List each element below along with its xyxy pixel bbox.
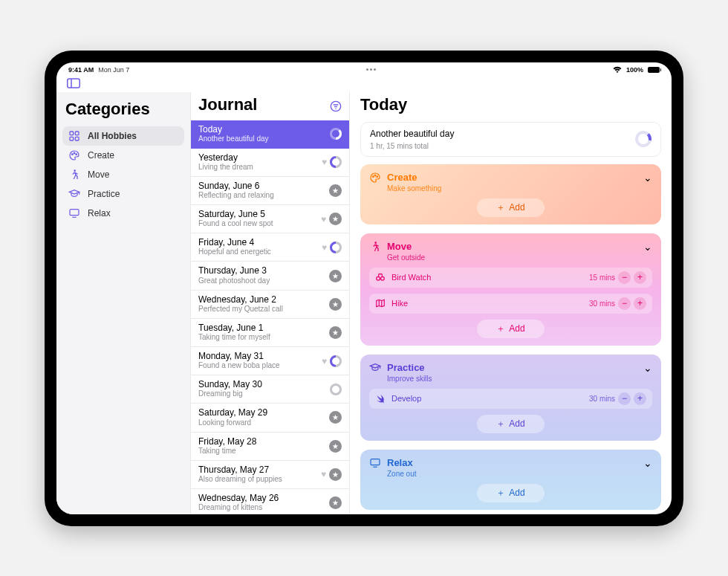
map-icon (375, 298, 386, 308)
add-label: Add (509, 323, 524, 334)
day-summary[interactable]: Another beautiful day 1 hr, 15 mins tota… (360, 122, 661, 157)
plus-button[interactable]: + (634, 392, 646, 405)
plus-button[interactable]: + (634, 297, 646, 310)
journal-row-title: Friday, June 4 (198, 238, 271, 247)
add-button[interactable]: ＋Add (477, 320, 544, 338)
summary-line: Another beautiful day (370, 129, 454, 139)
plus-button[interactable]: + (634, 271, 646, 284)
journal-row-title: Thursday, May 27 (198, 465, 282, 475)
heart-icon: ♥ (321, 214, 326, 224)
journal-row-subtitle: Reflecting and relaxing (198, 191, 274, 200)
move-icon (369, 241, 381, 253)
summary-sub: 1 hr, 15 mins total (370, 142, 454, 150)
minus-button[interactable]: − (618, 271, 631, 284)
sidebar-item-create[interactable]: Create (62, 146, 184, 165)
svg-point-20 (374, 242, 377, 244)
section-practice: PracticeImprove skills⌄Develop30 mins−+＋… (360, 355, 661, 441)
star-icon: ★ (329, 270, 342, 282)
svg-point-9 (74, 169, 76, 172)
svg-rect-11 (70, 209, 79, 215)
star-icon: ★ (329, 440, 342, 453)
journal-row[interactable]: Thursday, May 27Also dreaming of puppies… (191, 461, 349, 489)
journal-row[interactable]: YesterdayLiving the dream♥ (191, 149, 349, 177)
section-title: Relax (387, 457, 413, 468)
journal-row[interactable]: Wednesday, May 26Dreaming of kittens★ (191, 489, 349, 514)
progress-ring-icon (330, 156, 342, 168)
wifi-icon (613, 66, 622, 73)
journal-row[interactable]: Saturday, May 29Looking forward★ (191, 404, 349, 432)
section-create: CreateMake something⌄＋Add (360, 164, 661, 224)
activity-duration: 30 mins (589, 300, 615, 308)
journal-row[interactable]: Sunday, June 6Reflecting and relaxing★ (191, 177, 349, 205)
activity-row[interactable]: Bird Watch15 mins−+ (369, 268, 652, 288)
add-button[interactable]: ＋Add (477, 415, 544, 433)
journal-row-title: Saturday, May 29 (198, 408, 267, 418)
display-icon (68, 207, 80, 219)
add-label: Add (509, 418, 524, 429)
status-time: 9:41 AM (68, 66, 94, 74)
journal-row[interactable]: Saturday, June 5Found a cool new spot♥★ (191, 205, 349, 233)
journal-row-subtitle: Hopeful and energetic (198, 247, 271, 256)
multitask-dots[interactable] (365, 68, 378, 71)
journal-row[interactable]: Friday, June 4Hopeful and energetic♥ (191, 233, 349, 262)
plus-icon: ＋ (496, 201, 505, 214)
sidebar-item-label: All Hobbies (88, 131, 137, 141)
progress-ring-icon (330, 242, 342, 253)
journal-row[interactable]: Friday, May 28Taking time★ (191, 433, 349, 461)
practice-icon (369, 362, 381, 374)
journal-row-subtitle: Taking time for myself (198, 333, 270, 342)
section-relax: RelaxZone out⌄＋Add (360, 450, 661, 510)
star-icon: ★ (329, 298, 342, 311)
sidebar-item-move[interactable]: Move (62, 165, 184, 184)
star-icon: ★ (329, 496, 342, 509)
heart-icon: ♥ (322, 242, 327, 253)
journal-row[interactable]: Monday, May 31Found a new boba place♥ (191, 347, 349, 375)
sidebar-item-practice[interactable]: Practice (62, 184, 184, 204)
journal-row-subtitle: Perfected my Quetzal call (198, 305, 283, 314)
add-button[interactable]: ＋Add (477, 484, 544, 502)
chevron-down-icon[interactable]: ⌄ (643, 172, 652, 184)
activity-row[interactable]: Develop30 mins−+ (369, 389, 652, 409)
chevron-down-icon[interactable]: ⌄ (643, 457, 652, 469)
chevron-down-icon[interactable]: ⌄ (643, 241, 652, 253)
walk-icon (68, 169, 80, 181)
journal-row-title: Yesterday (198, 153, 253, 163)
journal-row-title: Friday, May 28 (198, 437, 256, 447)
minus-button[interactable]: − (618, 392, 631, 405)
journal-row[interactable]: Thursday, June 3Great photoshoot day★ (191, 262, 349, 290)
sidebar-item-relax[interactable]: Relax (62, 204, 184, 223)
categories-title: Categories (65, 100, 181, 119)
today-title: Today (360, 92, 661, 122)
swift-icon (375, 393, 386, 404)
journal-row[interactable]: Tuesday, June 1Taking time for myself★ (191, 319, 349, 347)
add-button[interactable]: ＋Add (477, 198, 544, 217)
svg-point-7 (74, 152, 75, 154)
svg-rect-26 (371, 459, 380, 465)
journal-row-title: Thursday, June 3 (198, 266, 270, 276)
progress-ring-icon (330, 128, 342, 140)
add-label: Add (509, 202, 524, 213)
journal-row-subtitle: Found a new boba place (198, 361, 280, 370)
progress-ring-icon (330, 384, 342, 395)
svg-point-17 (373, 175, 374, 177)
activity-row[interactable]: Hike30 mins−+ (369, 294, 652, 314)
sidebar-toggle-icon[interactable] (67, 78, 80, 88)
journal-row[interactable]: Sunday, May 30Dreaming big (191, 375, 349, 404)
sidebar-item-all-hobbies[interactable]: All Hobbies (62, 126, 184, 146)
progress-ring-icon (330, 355, 342, 367)
status-bar: 9:41 AM Mon Jun 7 100% (56, 62, 672, 74)
journal-row[interactable]: Wednesday, June 2Perfected my Quetzal ca… (191, 291, 349, 319)
filter-icon[interactable] (330, 100, 342, 112)
journal-row-title: Sunday, May 30 (198, 380, 262, 389)
journal-row-subtitle: Also dreaming of puppies (198, 475, 282, 484)
activity-name: Hike (391, 299, 408, 308)
chevron-down-icon[interactable]: ⌄ (643, 362, 652, 374)
section-move: MoveGet outside⌄Bird Watch15 mins−+Hike3… (360, 233, 661, 346)
binoc-icon (375, 272, 386, 282)
minus-button[interactable]: − (618, 297, 631, 310)
journal-row[interactable]: TodayAnother beautiful day (191, 120, 349, 149)
journal-row-subtitle: Looking forward (198, 418, 267, 427)
sidebar-item-label: Move (88, 169, 109, 180)
grad-icon (68, 188, 80, 200)
journal-title: Journal (198, 92, 257, 120)
